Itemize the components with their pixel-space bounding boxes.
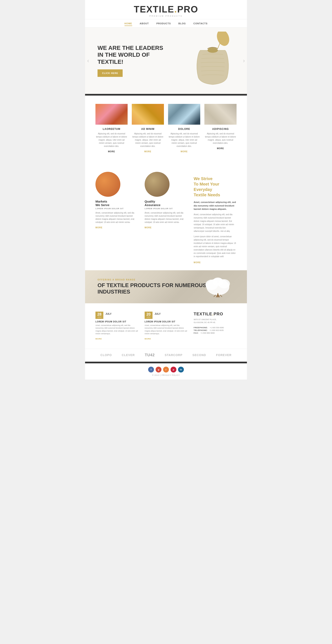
product-more-4[interactable]: MORE	[217, 147, 224, 150]
header: TEXTILE.PRO PREMIUM PRODUCTS	[85, 0, 247, 19]
product-desc-3: Alpiscing elit, sed do eiusmod tempo-cid…	[168, 132, 200, 148]
svg-line-1	[218, 43, 220, 48]
banner-section: OFFERING A BROAD RANGE OF TEXTILE PRODUC…	[85, 270, 247, 303]
product-item-1: LAOREETUM Alpiscing elit, sed do eiusmod…	[95, 104, 128, 153]
feature-right-body1: Amet, consectetuer adipiscing elit, sed …	[194, 213, 237, 233]
feature-right-intro: Amet, consectetuer adipiscing elit, sed …	[194, 200, 237, 211]
social-pinterest[interactable]: p	[170, 367, 176, 372]
product-more-2[interactable]: MORE	[145, 150, 152, 153]
footer-address: 9870 ST VINCENT PLACE,GLASGOW, DC 45 FR …	[194, 318, 237, 324]
feature-title-1: MarketsWe Serve	[95, 200, 138, 207]
news-date-2: 20 2013 JULY	[145, 312, 187, 319]
feature-title-2: QualityAssurance	[145, 200, 187, 207]
hero-cta-button[interactable]: CLICK HERE	[98, 70, 123, 77]
banner-cotton-image	[201, 272, 234, 297]
hero-prev-arrow[interactable]: ‹	[87, 57, 89, 64]
product-name-3: DOLORE	[168, 128, 200, 130]
social-rss[interactable]: r	[163, 367, 169, 372]
products-grid: LAOREETUM Alpiscing elit, sed do eiusmod…	[95, 104, 237, 153]
product-more-1[interactable]: MORE	[108, 150, 115, 153]
feature-desc-1: Amet, consectetuer adipiscing elit, sed …	[95, 211, 138, 224]
social-facebook[interactable]: f	[148, 367, 154, 372]
partner-tu42: TU42	[145, 353, 155, 357]
feature-circle-2	[145, 172, 169, 197]
product-desc-2: Alpiscing elit, sed do eiusmod tempo-cid…	[132, 132, 164, 148]
product-more-3[interactable]: MORE	[181, 150, 188, 153]
svg-line-8	[214, 295, 216, 297]
news-title-1: LOREM IPSUM DOLOR SIT	[95, 320, 138, 323]
product-item-3: DOLORE Alpiscing elit, sed do eiusmod te…	[168, 104, 200, 153]
news-title-2: LOREM IPSUM DOLOR SIT	[145, 320, 187, 323]
feature-more-1[interactable]: MORE	[95, 226, 103, 229]
hero-content: WE ARE THE LEADERS IN THE WORLD OF TEXTI…	[85, 36, 178, 86]
feature-right: We StriveTo Meet Your EverydayTextile Ne…	[194, 172, 237, 264]
news-item-1: 28 2013 JULY LOREM IPSUM DOLOR SIT Amet,…	[95, 312, 138, 340]
feature-quality: QualityAssurance LOREM IPSUM DOLOR SIT A…	[145, 172, 187, 264]
feature-right-more[interactable]: MORE	[194, 261, 201, 264]
nav-contacts[interactable]: CONTACTS	[193, 22, 207, 25]
social-icons: f g r p in	[88, 367, 244, 372]
feature-right-title: We StriveTo Meet Your EverydayTextile Ne…	[194, 176, 237, 198]
nav-products[interactable]: PRODUCTS	[157, 22, 171, 25]
nav-home[interactable]: HOME	[125, 22, 132, 26]
news-item-2: 20 2013 JULY LOREM IPSUM DOLOR SIT Amet,…	[145, 312, 187, 340]
partner-clopo: CLOPO	[100, 353, 112, 357]
feature-subtitle-2: LOREM IPSUM DOLOR SIT	[145, 208, 187, 210]
product-desc-4: Alpiscing elit, sed do eiusmod tempo-cid…	[204, 132, 237, 144]
news-body-2: Amet, consectetuar adipiscing elit, sed …	[145, 324, 187, 335]
logo: TEXTILE.PRO PREMIUM PRODUCTS	[85, 4, 247, 17]
hero-section: ‹ WE ARE THE LEADERS IN THE WORLD OF TEX…	[85, 28, 247, 94]
features-section: MarketsWe Serve LOREM IPSUM DOLOR SIT Am…	[85, 166, 247, 270]
hero-bag-svg	[188, 32, 238, 90]
svg-point-0	[215, 32, 231, 48]
navigation: HOME ABOUT PRODUCTS BLOG CONTACTS	[85, 19, 247, 28]
feature-circle-1	[95, 172, 120, 197]
footer-news: 28 2013 JULY LOREM IPSUM DOLOR SIT Amet,…	[85, 303, 247, 348]
hero-next-arrow[interactable]: ›	[243, 57, 245, 64]
feature-markets: MarketsWe Serve LOREM IPSUM DOLOR SIT Am…	[95, 172, 138, 264]
partner-starcorp: STARCORP	[165, 353, 183, 357]
footer-telephone: TELEPHONE: +1 800 603 6035	[194, 329, 237, 331]
svg-line-9	[220, 295, 222, 297]
date-box-1: 28 2013	[95, 312, 103, 319]
logo-text: TEXTILE.PRO	[134, 4, 198, 14]
news-more-2[interactable]: MORE	[145, 338, 151, 340]
partners-section: CLOPO CLEVER TU42 STARCORP SECOND FOREVE…	[85, 348, 247, 362]
news-date-1: 28 2013 JULY	[95, 312, 138, 319]
product-desc-1: Alpiscing elit, sed do eiusmod tempo-cid…	[95, 132, 128, 148]
footer-freephone: FREEPHONE: +1 800 559 6580	[194, 326, 237, 329]
nav-blog[interactable]: BLOG	[178, 22, 186, 25]
footer-logo: TEXTILE.PRO	[194, 312, 237, 316]
product-img-1	[95, 104, 128, 125]
product-name-1: LAOREETUM	[95, 128, 128, 130]
svg-point-2	[207, 48, 218, 53]
social-section: f g r p in © 2013 | PRIVACY POLICY	[85, 363, 247, 380]
product-item-2: AD MINIM Alpiscing elit, sed do eiusmod …	[132, 104, 164, 153]
footer-brand: TEXTILE.PRO 9870 ST VINCENT PLACE,GLASGO…	[194, 312, 237, 340]
copyright-text: © 2013 | PRIVACY POLICY	[88, 374, 244, 376]
feature-subtitle-1: LOREM IPSUM DOLOR SIT	[95, 208, 138, 210]
footer-bottom-bar	[85, 362, 247, 363]
product-item-4: ADIPISCING Alpiscing elit, sed do eiusmo…	[204, 104, 237, 153]
product-name-4: ADIPISCING	[204, 128, 237, 130]
news-body-1: Amet, consectetuar adipiscing elit, sed …	[95, 324, 138, 335]
products-section: LAOREETUM Alpiscing elit, sed do eiusmod…	[85, 96, 247, 166]
footer-fax: FAX: +1 800 889 9898	[194, 332, 237, 334]
feature-right-body2: Lorem ipsum dolor sit amet, consectetuar…	[194, 235, 237, 258]
partner-forever: FOREVER	[216, 353, 232, 357]
product-img-3	[168, 104, 200, 125]
product-img-4	[204, 104, 237, 125]
hero-title: WE ARE THE LEADERS IN THE WORLD OF TEXTI…	[98, 44, 166, 66]
nav-about[interactable]: ABOUT	[140, 22, 149, 25]
hero-image	[178, 28, 247, 94]
product-img-2	[132, 104, 164, 125]
news-more-1[interactable]: MORE	[95, 338, 102, 340]
product-name-2: AD MINIM	[132, 128, 164, 130]
social-google[interactable]: g	[156, 367, 162, 372]
svg-point-6	[213, 278, 223, 286]
feature-desc-2: Amet, consectetuer adipiscing elit, sed …	[145, 211, 187, 224]
feature-more-2[interactable]: MORE	[145, 226, 152, 229]
date-box-2: 20 2013	[145, 312, 153, 319]
section-divider	[85, 94, 247, 96]
social-linkedin[interactable]: in	[178, 367, 184, 372]
